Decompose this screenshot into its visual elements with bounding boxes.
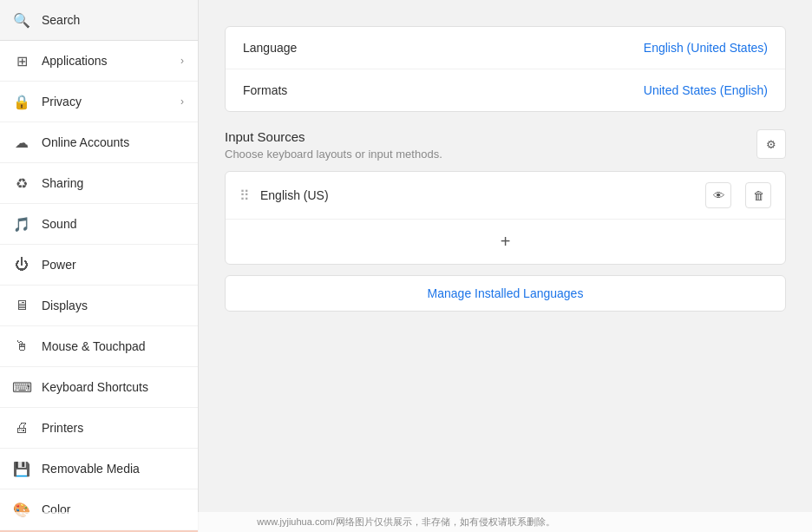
add-input-source-row[interactable]: + [226,220,785,264]
sidebar-item-power[interactable]: ⏻ Power [0,245,198,286]
input-source-name: English (US) [260,188,691,202]
chevron-icon: › [180,55,184,67]
watermark: www.jyjiuhua.com/网络图片仅供展示，非存储，如有侵权请联系删除。 [0,512,812,532]
manage-installed-languages-button[interactable]: Manage Installed Languages [225,275,786,312]
power-icon: ⏻ [14,257,29,273]
sidebar-power-label: Power [42,258,184,272]
sidebar-online-accounts-label: Online Accounts [42,135,184,149]
formats-label: Formats [243,83,287,97]
sidebar-item-search[interactable]: 🔍 Search [0,0,198,41]
input-source-row: ⠿ English (US) 👁 🗑 [226,172,785,220]
sidebar-item-displays[interactable]: 🖥 Displays [0,286,198,326]
sidebar-mouse-label: Mouse & Touchpad [42,339,184,353]
sidebar-removable-label: Removable Media [42,462,184,476]
language-label: Language [243,41,297,55]
main-content: Language English (United States) Formats… [199,0,812,532]
chevron-icon: › [180,95,184,108]
search-icon: 🔍 [14,12,29,28]
online-accounts-icon: ☁ [14,135,29,150]
mouse-icon: 🖱 [14,338,29,354]
sidebar-item-sound[interactable]: 🎵 Sound [0,204,198,245]
trash-icon: 🗑 [753,189,764,202]
input-sources-title: Input Sources [225,129,442,144]
eye-icon: 👁 [713,189,724,202]
add-icon: + [501,232,511,252]
sidebar-keyboard-label: Keyboard Shortcuts [42,380,184,394]
gear-icon: ⚙ [766,138,776,151]
sidebar-item-mouse-touchpad[interactable]: 🖱 Mouse & Touchpad [0,326,198,367]
sidebar-item-privacy[interactable]: 🔒 Privacy › [0,82,198,122]
removable-media-icon: 💾 [14,461,29,476]
preview-input-source-button[interactable]: 👁 [705,182,731,208]
sidebar-item-keyboard-shortcuts[interactable]: ⌨ Keyboard Shortcuts [0,367,198,408]
sidebar-item-applications[interactable]: ⊞ Applications › [0,41,198,82]
sidebar-printers-label: Printers [42,421,184,435]
sidebar-sound-label: Sound [42,217,184,231]
privacy-icon: 🔒 [14,94,29,109]
input-sources-header: Input Sources Choose keyboard layouts or… [225,129,786,161]
drag-handle-icon[interactable]: ⠿ [239,187,250,204]
sidebar: 🔍 Search ⊞ Applications › 🔒 Privacy › ☁ … [0,0,199,532]
sound-icon: 🎵 [14,216,29,232]
language-value: English (United States) [644,41,768,55]
language-formats-card: Language English (United States) Formats… [225,26,786,112]
input-source-card: ⠿ English (US) 👁 🗑 + [225,171,786,265]
sidebar-applications-label: Applications [42,54,168,68]
language-row: Language English (United States) [226,27,785,69]
formats-value: United States (English) [644,83,768,97]
remove-input-source-button[interactable]: 🗑 [745,182,771,208]
sidebar-sharing-label: Sharing [42,176,184,190]
input-sources-section: Input Sources Choose keyboard layouts or… [225,129,786,312]
sidebar-search-label: Search [42,13,184,27]
sharing-icon: ♻ [14,175,29,191]
sidebar-item-sharing[interactable]: ♻ Sharing [0,163,198,204]
displays-icon: 🖥 [14,298,29,313]
sidebar-item-removable-media[interactable]: 💾 Removable Media [0,449,198,489]
sidebar-displays-label: Displays [42,299,184,312]
keyboard-icon: ⌨ [14,379,29,395]
input-sources-title-group: Input Sources Choose keyboard layouts or… [225,129,442,161]
input-sources-subtitle: Choose keyboard layouts or input methods… [225,148,442,161]
sidebar-privacy-label: Privacy [42,95,168,108]
sidebar-item-printers[interactable]: 🖨 Printers [0,408,198,449]
formats-row: Formats United States (English) [226,69,785,111]
input-sources-gear-button[interactable]: ⚙ [756,129,786,159]
printers-icon: 🖨 [14,420,29,436]
sidebar-item-online-accounts[interactable]: ☁ Online Accounts [0,122,198,163]
applications-icon: ⊞ [14,53,29,69]
